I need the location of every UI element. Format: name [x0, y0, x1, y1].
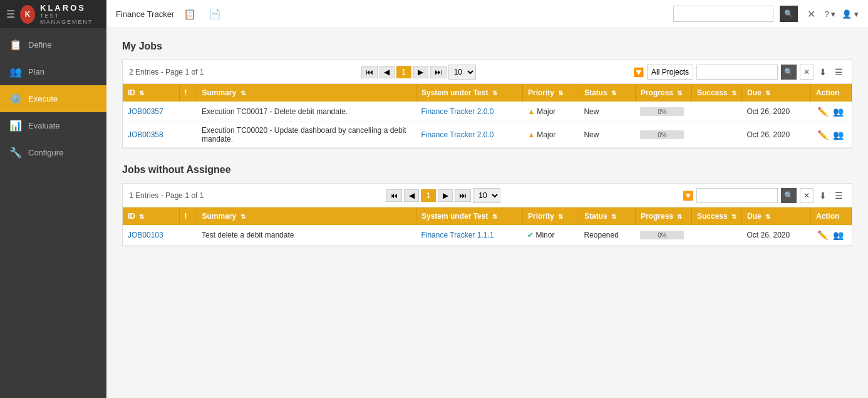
sidebar-header: ☰ K KLAROS TEST MANAGEMENT — [0, 0, 106, 28]
sidebar-item-configure[interactable]: 🔧 Configure — [0, 139, 106, 166]
jwa-page1-button[interactable]: 1 — [421, 189, 436, 202]
progress-label: 0% — [658, 108, 666, 115]
my-jobs-search-input[interactable] — [696, 65, 778, 80]
jwa-columns-button[interactable]: ☰ — [832, 189, 845, 202]
topbar-user-button[interactable]: 👤 ▾ — [842, 9, 859, 19]
jwa-th-priority[interactable]: Priority ⇅ — [522, 207, 579, 225]
priority-badge: ✔ Minor — [527, 231, 554, 239]
jwa-pagination-controls: ⏮ ◀ 1 ▶ ⏭ 10 25 50 — [386, 188, 500, 203]
my-jobs-th-system[interactable]: System under Test ⇅ — [416, 84, 522, 102]
jwa-page-size-select[interactable]: 10 25 50 — [473, 188, 500, 203]
jwa-th-success[interactable]: Success ⇅ — [691, 207, 741, 225]
progress-bar: 0% — [640, 231, 684, 239]
define-icon: 📋 — [9, 39, 22, 51]
job-system-link[interactable]: Finance Tracker 1.1.1 — [421, 231, 493, 239]
jobs-without-assignee-card: 1 Entries - Page 1 of 1 ⏮ ◀ 1 ▶ ⏭ 10 25 … — [122, 183, 852, 246]
my-jobs-last-page-button[interactable]: ⏭ — [430, 66, 447, 78]
jobs-without-assignee-title: Jobs without Assignee — [122, 164, 852, 175]
job-status-cell: New — [579, 102, 635, 122]
jwa-download-button[interactable]: ⬇ — [817, 189, 829, 202]
my-jobs-filter-icon[interactable]: 🔽 — [633, 67, 644, 77]
jwa-filter-icon[interactable]: 🔽 — [683, 191, 693, 201]
job-id-cell: JOB00358 — [123, 122, 179, 148]
sidebar-item-define[interactable]: 📋 Define — [0, 31, 106, 58]
assign-button[interactable]: 👥 — [832, 105, 845, 118]
sidebar-item-execute[interactable]: ⚙️ Execute — [0, 85, 106, 112]
jwa-th-flag[interactable]: ! — [179, 207, 197, 225]
topbar-settings2-button[interactable]: 📄 — [205, 6, 224, 22]
topbar-settings1-button[interactable]: 📋 — [180, 6, 199, 22]
sidebar-item-evaluate[interactable]: 📊 Evaluate — [0, 112, 106, 139]
job-due-cell: Oct 26, 2020 — [742, 122, 811, 148]
priority-up-icon: ▲ — [527, 107, 535, 116]
my-jobs-all-projects-button[interactable]: All Projects — [647, 65, 693, 80]
my-jobs-clear-button[interactable]: ✕ — [800, 65, 814, 80]
my-jobs-th-action: Action — [811, 84, 852, 102]
edit-button[interactable]: ✏️ — [816, 128, 829, 141]
evaluate-icon: 📊 — [9, 120, 22, 132]
jwa-pagination-right: 🔽 🔍 ✕ ⬇ ☰ — [683, 188, 845, 203]
my-jobs-title: My Jobs — [122, 41, 852, 52]
jwa-next-page-button[interactable]: ▶ — [438, 189, 453, 202]
my-jobs-th-summary[interactable]: Summary ⇅ — [197, 84, 416, 102]
priority-label: Major — [537, 107, 555, 116]
my-jobs-th-progress[interactable]: Progress ⇅ — [635, 84, 691, 102]
jwa-table: ID ⇅ ! Summary ⇅ System under Test ⇅ Pri… — [123, 207, 852, 246]
my-jobs-th-flag[interactable]: ! — [179, 84, 197, 102]
job-summary-cell: Execution TC00020 - Update dashboard by … — [197, 122, 416, 148]
jwa-th-id[interactable]: ID ⇅ — [123, 207, 179, 225]
jwa-th-status[interactable]: Status ⇅ — [579, 207, 635, 225]
my-jobs-th-due[interactable]: Due ⇅ — [742, 84, 811, 102]
my-jobs-card: 2 Entries - Page 1 of 1 ⏮ ◀ 1 ▶ ⏭ 10 25 … — [122, 60, 852, 149]
jwa-search-input[interactable] — [696, 188, 778, 203]
job-progress-cell: 0% — [635, 122, 691, 148]
my-jobs-download-button[interactable]: ⬇ — [817, 66, 829, 78]
logo-sub: TEST MANAGEMENT — [40, 13, 100, 25]
job-status-cell: Reopened — [579, 225, 635, 246]
my-jobs-th-priority[interactable]: Priority ⇅ — [522, 84, 579, 102]
my-jobs-first-page-button[interactable]: ⏮ — [361, 66, 378, 78]
execute-icon: ⚙️ — [9, 93, 22, 105]
job-id-link[interactable]: JOB00357 — [128, 107, 163, 116]
job-id-link[interactable]: JOB00358 — [128, 130, 163, 139]
my-jobs-next-page-button[interactable]: ▶ — [413, 66, 428, 78]
jwa-clear-button[interactable]: ✕ — [800, 188, 814, 203]
jwa-first-page-button[interactable]: ⏮ — [386, 189, 402, 202]
my-jobs-th-status[interactable]: Status ⇅ — [579, 84, 635, 102]
jwa-th-due[interactable]: Due ⇅ — [742, 207, 811, 225]
job-system-link[interactable]: Finance Tracker 2.0.0 — [421, 107, 493, 116]
job-success-cell — [691, 225, 741, 246]
my-jobs-th-success[interactable]: Success ⇅ — [691, 84, 741, 102]
sidebar-item-plan[interactable]: 👥 Plan — [0, 58, 106, 85]
my-jobs-th-id[interactable]: ID ⇅ — [123, 84, 179, 102]
my-jobs-table: ID ⇅ ! Summary ⇅ System under Test ⇅ Pri… — [123, 84, 852, 148]
job-id-link[interactable]: JOB00103 — [128, 231, 163, 239]
my-jobs-columns-button[interactable]: ☰ — [832, 66, 845, 78]
my-jobs-page-size-select[interactable]: 10 25 50 — [448, 65, 476, 80]
priority-check-icon: ✔ — [527, 231, 534, 239]
topbar-search-input[interactable] — [673, 6, 773, 22]
jwa-prev-page-button[interactable]: ◀ — [404, 189, 419, 202]
sidebar-label-define: Define — [28, 40, 52, 50]
job-due-cell: Oct 26, 2020 — [742, 225, 811, 246]
jwa-th-system[interactable]: System under Test ⇅ — [416, 207, 522, 225]
topbar-clear-search-button[interactable]: ✕ — [804, 6, 819, 22]
jwa-last-page-button[interactable]: ⏭ — [455, 189, 471, 202]
my-jobs-page1-button[interactable]: 1 — [396, 66, 411, 78]
my-jobs-prev-page-button[interactable]: ◀ — [380, 66, 395, 78]
edit-button[interactable]: ✏️ — [816, 105, 829, 118]
jwa-th-summary[interactable]: Summary ⇅ — [197, 207, 416, 225]
job-priority-cell: ▲ Major — [522, 102, 579, 122]
job-system-link[interactable]: Finance Tracker 2.0.0 — [421, 130, 493, 139]
topbar-search-button[interactable]: 🔍 — [780, 6, 798, 22]
my-jobs-search-button[interactable]: 🔍 — [781, 65, 797, 80]
jwa-th-progress[interactable]: Progress ⇅ — [635, 207, 691, 225]
topbar-help-button[interactable]: ? ▾ — [825, 9, 836, 19]
edit-button[interactable]: ✏️ — [816, 229, 829, 241]
job-progress-cell: 0% — [635, 102, 691, 122]
jwa-search-button[interactable]: 🔍 — [781, 188, 797, 203]
topbar-project-name: Finance Tracker — [116, 9, 174, 19]
assign-button[interactable]: 👥 — [832, 229, 845, 241]
assign-button[interactable]: 👥 — [832, 128, 845, 141]
hamburger-icon[interactable]: ☰ — [6, 8, 15, 20]
